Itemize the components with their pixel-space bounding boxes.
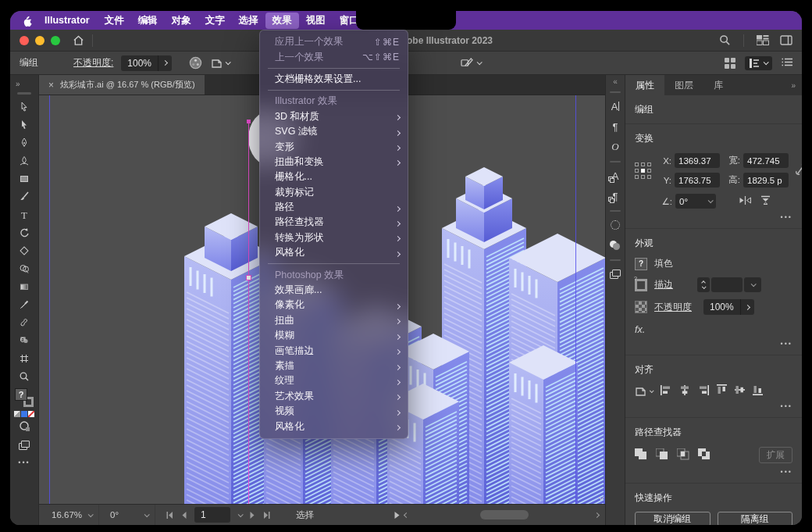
pathfinder-minus-front-icon[interactable]: [656, 448, 669, 462]
rotation-control[interactable]: 0°: [104, 505, 155, 525]
previous-artboard-icon[interactable]: [181, 512, 187, 519]
stroke-weight-field[interactable]: [711, 277, 743, 292]
toolbar-grip[interactable]: [17, 92, 31, 95]
pathfinder-intersect-icon[interactable]: [677, 448, 690, 462]
rectangle-tool[interactable]: [10, 170, 38, 187]
edit-toolbar-icon[interactable]: •••: [18, 459, 30, 466]
graphic-style-icon[interactable]: [210, 57, 230, 69]
artboard-number-field[interactable]: 1: [194, 507, 230, 523]
stroke-weight-stepper[interactable]: [697, 277, 710, 292]
selection-mid-handle[interactable]: [246, 275, 251, 280]
menu-item-模糊[interactable]: 模糊: [260, 328, 408, 343]
menu-item-上一个效果[interactable]: 上一个效果⌥⇧⌘E: [260, 49, 408, 64]
menu-item-效果画廊...[interactable]: 效果画廊...: [260, 283, 408, 298]
color-swatch[interactable]: [14, 411, 20, 417]
pathfinder-unite-icon[interactable]: [635, 448, 648, 462]
menu-list-icon[interactable]: [782, 58, 792, 69]
menu-item-素描[interactable]: 素描: [260, 359, 408, 373]
symbol-sprayer-tool[interactable]: [10, 331, 38, 349]
appearance-shortcut-icon[interactable]: [461, 57, 481, 69]
selection-tool[interactable]: [10, 98, 38, 116]
menu-item-裁剪标记[interactable]: 裁剪标记: [260, 185, 408, 200]
artboard-tool[interactable]: [10, 349, 38, 367]
tab-properties[interactable]: 属性: [625, 75, 664, 95]
pen-tool[interactable]: [10, 134, 38, 152]
menubar-item-效果[interactable]: 效果: [265, 12, 299, 29]
eraser-tool[interactable]: [10, 241, 38, 259]
transform-more-options[interactable]: •••: [781, 213, 792, 221]
screen-mode-icon[interactable]: [19, 441, 30, 450]
menubar-item-视图[interactable]: 视图: [299, 12, 333, 29]
fill-proxy-icon[interactable]: ?: [15, 388, 27, 401]
menu-item-像素化[interactable]: 像素化: [260, 298, 408, 312]
paragraph-panel-icon[interactable]: ¶: [606, 116, 625, 137]
first-artboard-icon[interactable]: [166, 512, 173, 519]
eyedropper-tool[interactable]: [10, 295, 38, 313]
menu-item-栅格化...[interactable]: 栅格化...: [260, 170, 408, 184]
close-window-button[interactable]: [20, 36, 29, 45]
menubar-item-选择[interactable]: 选择: [232, 12, 265, 29]
fill-stroke-proxy[interactable]: ?: [15, 388, 34, 407]
menu-item-路径查找器[interactable]: 路径查找器: [260, 215, 408, 230]
minimize-window-button[interactable]: [35, 36, 45, 45]
direct-selection-tool[interactable]: [10, 116, 38, 134]
document-tab[interactable]: × 炫彩城市.ai @ 16.67 % (RGB/预览): [39, 75, 205, 95]
rotate-tool[interactable]: [10, 223, 38, 241]
menubar-item-文件[interactable]: 文件: [98, 12, 131, 29]
hscroll-thumb[interactable]: [480, 510, 529, 520]
search-icon[interactable]: [719, 34, 731, 46]
apple-menu-icon[interactable]: [16, 15, 37, 27]
selection-corner-handle[interactable]: [247, 120, 251, 123]
align-left-icon[interactable]: [661, 385, 671, 398]
panel-dock-toggle[interactable]: [745, 56, 772, 70]
align-center-vertical-icon[interactable]: [735, 384, 745, 398]
quick-action-取消编组[interactable]: 取消编组: [635, 512, 710, 525]
opentype-panel-icon[interactable]: O: [606, 137, 625, 157]
character-panel-icon[interactable]: A: [606, 96, 625, 116]
shape-builder-tool[interactable]: [10, 259, 38, 277]
tab-layers[interactable]: 图层: [664, 75, 703, 95]
dock-grip-3[interactable]: [610, 210, 621, 212]
expand-button[interactable]: 扩展: [759, 447, 792, 463]
menu-item-风格化[interactable]: 风格化: [260, 419, 408, 434]
artboard-number[interactable]: 1: [194, 509, 227, 520]
artboards-panel-icon[interactable]: [606, 264, 625, 284]
workspace-grid-icon[interactable]: [725, 58, 735, 69]
menubar-item-文字[interactable]: 文字: [198, 12, 232, 29]
y-field[interactable]: 1763.75: [675, 173, 720, 187]
opacity-label[interactable]: 不透明度:: [73, 56, 113, 70]
menubar-app-name[interactable]: Illustrator: [37, 13, 98, 27]
menu-item-变形[interactable]: 变形: [260, 139, 408, 154]
flip-vertical-icon[interactable]: [760, 195, 771, 208]
panel-opacity-label[interactable]: 不透明度: [654, 301, 692, 314]
type-tool[interactable]: T: [10, 205, 38, 223]
align-right-icon[interactable]: [698, 385, 709, 398]
stroke-swatch[interactable]: [635, 279, 647, 291]
opacity-field[interactable]: 100%: [121, 55, 172, 71]
stroke-weight-dropdown[interactable]: [744, 277, 761, 292]
tab-libraries[interactable]: 库: [703, 75, 733, 95]
menu-item-转换为形状[interactable]: 转换为形状: [260, 230, 408, 245]
canvas-scroll-down-icon[interactable]: [599, 489, 603, 503]
panel-preview-icon[interactable]: [780, 35, 792, 45]
menu-item-视频[interactable]: 视频: [260, 404, 408, 419]
zoom-level-value[interactable]: 16.67%: [52, 510, 82, 520]
opacity-dropdown-icon[interactable]: [158, 55, 172, 71]
zoom-window-button[interactable]: [51, 36, 60, 45]
menu-item-纹理[interactable]: 纹理: [260, 373, 408, 388]
hscroll-track[interactable]: [413, 510, 590, 520]
gradient-swatch[interactable]: [21, 411, 27, 417]
rotation-value[interactable]: 0°: [110, 510, 119, 520]
menu-item-文档栅格效果设置...[interactable]: 文档栅格效果设置...: [260, 72, 408, 87]
menu-item-扭曲[interactable]: 扭曲: [260, 313, 408, 328]
scroll-left-icon[interactable]: [404, 512, 409, 517]
close-tab-icon[interactable]: ×: [48, 80, 54, 91]
fill-swatch[interactable]: ?: [635, 258, 647, 270]
next-artboard-icon[interactable]: [250, 512, 255, 519]
flip-horizontal-icon[interactable]: [739, 196, 751, 207]
fill-label[interactable]: 填色: [654, 257, 673, 270]
dock-grip-4[interactable]: [610, 259, 621, 261]
align-top-icon[interactable]: [717, 384, 727, 398]
fx-effects-label[interactable]: fx.: [635, 324, 792, 335]
workspace-layout-icon[interactable]: [757, 35, 769, 45]
